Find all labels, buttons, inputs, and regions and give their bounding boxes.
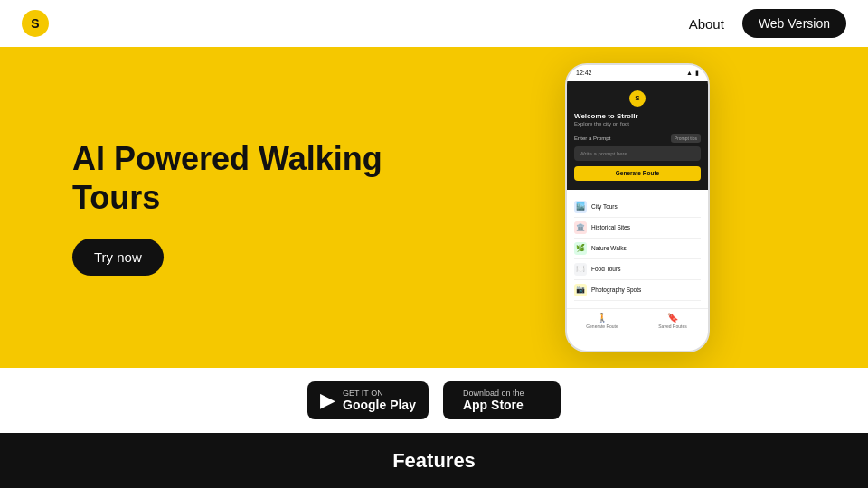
- features-section: Features: [0, 433, 868, 488]
- nature-walks-label: Nature Walks: [591, 245, 627, 251]
- nature-walks-icon: 🌿: [574, 242, 587, 255]
- google-play-name: Google Play: [343, 398, 416, 412]
- city-tours-label: City Tours: [591, 203, 618, 210]
- phone-mockup: 12:42 ▲ ▮ S Welcome to Strollr Explore t…: [565, 63, 710, 352]
- phone-input-placeholder: Write a prompt here: [580, 151, 627, 156]
- header-nav: About Web Version: [689, 9, 846, 38]
- try-now-button[interactable]: Try now: [72, 239, 164, 276]
- phone-prompt-label: Enter a Prompt: [574, 136, 610, 141]
- phone-prompt-row: Enter a Prompt Prompt tips: [574, 134, 701, 143]
- phone-welcome: Welcome to Strollr: [574, 112, 701, 120]
- phone-generate-button[interactable]: Generate Route: [574, 166, 701, 181]
- historical-sites-icon: 🏛️: [574, 221, 587, 234]
- hero-section: AI Powered Walking Tours Try now 12:42 ▲…: [0, 47, 868, 368]
- web-version-button[interactable]: Web Version: [742, 9, 846, 38]
- phone-subtitle: Explore the city on foot: [574, 121, 701, 127]
- hero-text: AI Powered Walking Tours Try now: [72, 139, 479, 276]
- phone-screen-white: 🏙️ City Tours 🏛️ Historical Sites 🌿 Natu…: [567, 190, 708, 308]
- about-link[interactable]: About: [689, 16, 724, 32]
- saved-routes-tab-label: Saved Routes: [658, 324, 686, 329]
- features-title: Features: [392, 449, 476, 473]
- phone-tab-bar: 🚶 Generate Route 🔖 Saved Routes: [567, 308, 708, 333]
- photography-spots-label: Photography Spots: [591, 286, 641, 293]
- header: S About Web Version: [0, 0, 868, 47]
- food-tours-label: Food Tours: [591, 266, 620, 272]
- photography-spots-icon: 📷: [574, 284, 587, 296]
- phone-logo: S: [629, 90, 646, 107]
- generate-route-tab-label: Generate Route: [586, 324, 618, 329]
- app-store-name: App Store: [463, 398, 524, 412]
- phone-input[interactable]: Write a prompt here: [574, 146, 701, 161]
- phone-time: 12:42: [576, 70, 592, 76]
- google-play-button[interactable]: ▶ GET IT ON Google Play: [307, 381, 429, 419]
- historical-sites-label: Historical Sites: [591, 224, 630, 230]
- google-play-sub: GET IT ON: [343, 389, 416, 398]
- battery-icon: ▮: [695, 70, 699, 77]
- hero-title: AI Powered Walking Tours: [72, 139, 479, 217]
- saved-routes-icon: 🔖: [667, 313, 678, 323]
- list-item: 🏙️ City Tours: [574, 197, 701, 218]
- logo-text: S: [31, 16, 39, 31]
- store-section: ▶ GET IT ON Google Play Download on the …: [0, 368, 868, 433]
- app-store-button[interactable]: Download on the App Store: [443, 381, 561, 419]
- list-item: 🍽️ Food Tours: [574, 259, 701, 280]
- generate-route-icon: 🚶: [597, 313, 608, 323]
- list-item: 🏛️ Historical Sites: [574, 218, 701, 239]
- phone-tab-generate[interactable]: 🚶 Generate Route: [567, 313, 637, 329]
- food-tours-icon: 🍽️: [574, 263, 587, 276]
- phone-status-bar: 12:42 ▲ ▮: [567, 65, 708, 81]
- list-item: 🌿 Nature Walks: [574, 239, 701, 259]
- phone-tab-saved[interactable]: 🔖 Saved Routes: [637, 313, 708, 329]
- phone-status-right: ▲ ▮: [686, 70, 699, 77]
- wifi-icon: ▲: [686, 70, 693, 76]
- google-play-text: GET IT ON Google Play: [343, 389, 416, 412]
- phone-area: 12:42 ▲ ▮ S Welcome to Strollr Explore t…: [479, 63, 796, 352]
- google-play-icon: ▶: [320, 390, 335, 410]
- app-store-sub: Download on the: [463, 389, 524, 398]
- logo: S: [22, 10, 49, 37]
- list-item: 📷 Photography Spots: [574, 280, 701, 301]
- app-store-text: Download on the App Store: [463, 389, 524, 412]
- phone-screen-dark: S Welcome to Strollr Explore the city on…: [567, 81, 708, 190]
- city-tours-icon: 🏙️: [574, 201, 587, 213]
- phone-logo-row: S: [574, 90, 701, 107]
- prompt-tips-button[interactable]: Prompt tips: [671, 134, 701, 143]
